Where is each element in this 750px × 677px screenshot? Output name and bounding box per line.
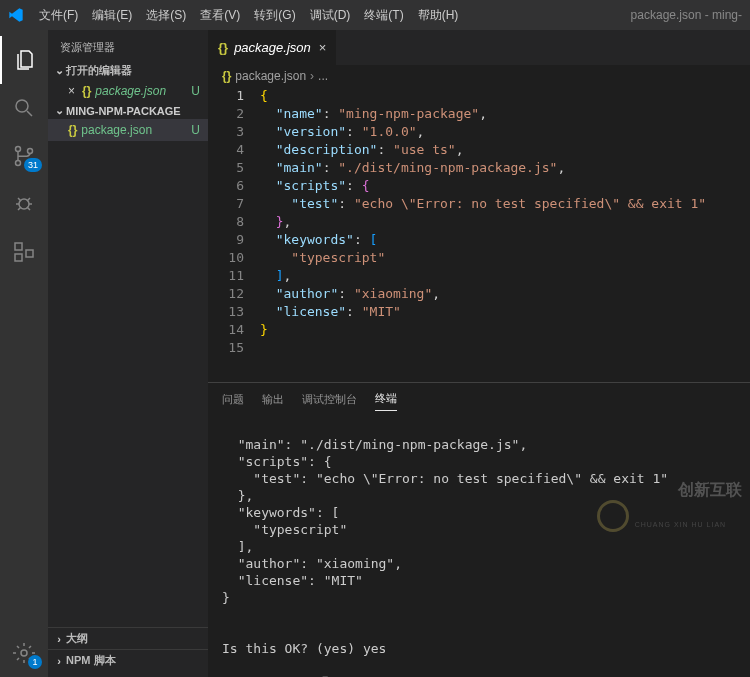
menu-item[interactable]: 选择(S) (139, 0, 193, 30)
panel-tabs: 问题输出调试控制台终端 (208, 383, 750, 415)
file-name: package.json (81, 123, 152, 137)
chevron-right-icon: › (52, 633, 66, 645)
menu-item[interactable]: 编辑(E) (85, 0, 139, 30)
svg-point-0 (16, 100, 28, 112)
menu-item[interactable]: 调试(D) (303, 0, 358, 30)
open-editor-item[interactable]: × {} package.json U (48, 80, 208, 102)
watermark-text: 创新互联 (678, 481, 742, 498)
panel-tab[interactable]: 终端 (375, 387, 397, 411)
terminal-output: "main": "./dist/ming-npm-package.js", "s… (222, 437, 668, 656)
sidebar-title: 资源管理器 (48, 30, 208, 61)
panel-tab[interactable]: 问题 (222, 388, 244, 411)
json-icon: {} (218, 40, 228, 55)
sidebar: 资源管理器 ⌄ 打开的编辑器 × {} package.json U ⌄ MIN… (48, 30, 208, 677)
panel-tab[interactable]: 输出 (262, 388, 284, 411)
activity-debug[interactable] (0, 180, 48, 228)
npm-scripts-label: NPM 脚本 (66, 653, 116, 668)
svg-rect-6 (15, 254, 22, 261)
activity-explorer[interactable] (0, 36, 48, 84)
tab-close-icon[interactable]: × (319, 40, 327, 55)
activity-search[interactable] (0, 84, 48, 132)
menu-item[interactable]: 帮助(H) (411, 0, 466, 30)
tab-label: package.json (234, 40, 311, 55)
open-editors-label: 打开的编辑器 (66, 63, 132, 78)
outline-label: 大纲 (66, 631, 88, 646)
editor-tabs: {} package.json × (208, 30, 750, 65)
activity-source-control[interactable]: 31 (0, 132, 48, 180)
chevron-right-icon: › (310, 69, 314, 83)
json-icon: {} (222, 69, 231, 83)
watermark-sub: CHUANG XIN HU LIAN (635, 516, 742, 533)
breadcrumb[interactable]: {} package.json › ... (208, 65, 750, 87)
project-header[interactable]: ⌄ MING-NPM-PACKAGE (48, 102, 208, 119)
svg-rect-7 (26, 250, 33, 257)
outline-section[interactable]: › 大纲 (48, 627, 208, 649)
activity-bar: 31 1 (0, 30, 48, 677)
vscode-logo-icon (8, 7, 24, 23)
chevron-right-icon: › (52, 655, 66, 667)
editor[interactable]: 123456789101112131415 { "name": "ming-np… (208, 87, 750, 382)
menu-item[interactable]: 终端(T) (357, 0, 410, 30)
git-status: U (191, 123, 200, 137)
terminal[interactable]: "main": "./dist/ming-npm-package.js", "s… (208, 415, 750, 677)
svg-rect-5 (15, 243, 22, 250)
svg-point-8 (21, 650, 27, 656)
breadcrumb-trail: ... (318, 69, 328, 83)
panel-tab[interactable]: 调试控制台 (302, 388, 357, 411)
close-icon[interactable]: × (68, 84, 82, 98)
menu-item[interactable]: 转到(G) (247, 0, 302, 30)
bottom-panel: 问题输出调试控制台终端 "main": "./dist/ming-npm-pac… (208, 382, 750, 677)
window-title: package.json - ming- (631, 8, 750, 22)
open-editor-name: package.json (95, 84, 166, 98)
chevron-down-icon: ⌄ (52, 64, 66, 77)
svg-point-1 (16, 147, 21, 152)
code-area[interactable]: { "name": "ming-npm-package", "version":… (260, 87, 750, 382)
json-icon: {} (82, 84, 91, 98)
extensions-icon (12, 240, 36, 264)
git-status: U (191, 84, 200, 98)
bug-icon (12, 192, 36, 216)
menu-item[interactable]: 查看(V) (193, 0, 247, 30)
svg-point-3 (28, 149, 33, 154)
watermark-logo-icon (597, 500, 629, 532)
settings-badge: 1 (28, 655, 42, 669)
search-icon (12, 96, 36, 120)
menu-item[interactable]: 文件(F) (32, 0, 85, 30)
chevron-down-icon: ⌄ (52, 104, 66, 117)
breadcrumb-file: package.json (235, 69, 306, 83)
svg-point-2 (16, 161, 21, 166)
files-icon (13, 48, 37, 72)
file-item[interactable]: {} package.json U (48, 119, 208, 141)
activity-settings[interactable]: 1 (0, 629, 48, 677)
open-editors-header[interactable]: ⌄ 打开的编辑器 (48, 61, 208, 80)
titlebar: 文件(F)编辑(E)选择(S)查看(V)转到(G)调试(D)终端(T)帮助(H)… (0, 0, 750, 30)
project-name: MING-NPM-PACKAGE (66, 105, 181, 117)
tab-package-json[interactable]: {} package.json × (208, 30, 336, 65)
activity-extensions[interactable] (0, 228, 48, 276)
line-gutter: 123456789101112131415 (208, 87, 260, 382)
json-icon: {} (68, 123, 77, 137)
scm-badge: 31 (24, 158, 42, 172)
npm-scripts-section[interactable]: › NPM 脚本 (48, 649, 208, 671)
